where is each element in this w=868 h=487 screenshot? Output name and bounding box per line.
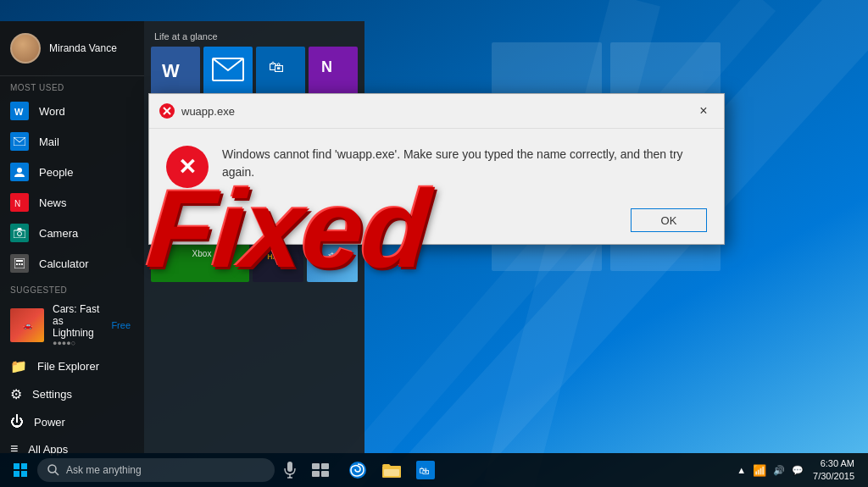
taskbar-mic-button[interactable]	[275, 455, 305, 485]
start-menu-left: Miranda Vance Most Used W Word Mail	[0, 21, 144, 453]
svg-rect-16	[16, 260, 23, 262]
sidebar-item-news[interactable]: N News	[0, 187, 144, 218]
svg-marker-14	[17, 228, 22, 230]
svg-rect-17	[16, 263, 18, 265]
sidebar-item-file-explorer[interactable]: 📁 File Explorer	[0, 352, 144, 380]
suggested-title: Cars: Fast as Lightning	[53, 303, 99, 339]
taskbar-store-icon[interactable]: 🛍	[410, 455, 441, 485]
tile-word[interactable]: W	[151, 47, 200, 97]
windows-logo-icon	[14, 463, 27, 477]
svg-rect-38	[312, 463, 320, 469]
taskbar-clock[interactable]: 6:30 AM 7/30/2015	[810, 457, 858, 484]
life-at-glance-label: Life at a glance	[151, 28, 358, 47]
svg-rect-44	[384, 469, 399, 476]
suggested-stars: ●●●●○	[53, 339, 99, 347]
sidebar-item-settings[interactable]: ⚙ Settings	[0, 380, 144, 408]
svg-text:🛍: 🛍	[269, 58, 284, 75]
suggested-label: Suggested	[0, 279, 144, 298]
most-used-label: Most Used	[0, 76, 144, 96]
dialog-footer: OK	[149, 202, 724, 244]
xbox-label: Xbox	[189, 247, 215, 260]
svg-point-13	[18, 232, 22, 236]
system-icons: ▲ 📶 🔊 💬	[734, 462, 806, 479]
tile-ms-store[interactable]: 🛍	[256, 47, 305, 97]
settings-icon: ⚙	[10, 386, 22, 402]
people-icon	[10, 163, 29, 181]
svg-text:W: W	[162, 60, 180, 81]
svg-rect-41	[321, 471, 329, 477]
file-explorer-icon: 📁	[10, 358, 27, 374]
taskbar-search[interactable]: Ask me anything	[37, 458, 275, 482]
word-icon: W	[10, 102, 29, 120]
task-view-button[interactable]	[305, 455, 336, 485]
mic-icon	[284, 462, 296, 479]
svg-rect-40	[312, 471, 320, 477]
svg-rect-18	[19, 263, 20, 265]
taskbar-search-placeholder: Ask me anything	[66, 464, 142, 476]
taskbar-system-tray: ▲ 📶 🔊 💬 6:30 AM 7/30/2015	[734, 457, 865, 484]
svg-text:🛍: 🛍	[419, 465, 429, 477]
camera-label: Camera	[39, 227, 78, 240]
camera-icon	[10, 224, 29, 242]
wifi-icon[interactable]: 📶	[750, 462, 769, 479]
sidebar-item-calculator[interactable]: Calculator	[0, 248, 144, 279]
sidebar-item-mail[interactable]: Mail	[0, 126, 144, 157]
error-x-mark: ✕	[178, 156, 197, 178]
user-name: Miranda Vance	[49, 42, 117, 54]
dialog-close-button[interactable]: ×	[693, 101, 714, 121]
suggested-info: Cars: Fast as Lightning ●●●●○	[53, 303, 99, 347]
sidebar-item-camera[interactable]: Camera	[0, 218, 144, 248]
tile-onenote[interactable]: N	[309, 47, 358, 97]
svg-rect-35	[287, 462, 292, 472]
suggested-cars[interactable]: 🚗 Cars: Fast as Lightning ●●●●○ Free	[0, 298, 144, 352]
people-label: People	[39, 166, 73, 179]
sidebar-item-people[interactable]: People	[0, 157, 144, 187]
clock-time: 6:30 AM	[813, 457, 854, 470]
network-icon[interactable]: ▲	[734, 463, 748, 477]
calculator-icon	[10, 254, 29, 273]
svg-rect-39	[321, 463, 329, 469]
search-icon	[47, 464, 59, 476]
taskbar-edge-icon[interactable]	[342, 455, 373, 485]
suggested-image: 🚗	[10, 308, 44, 342]
svg-text:W: W	[14, 107, 24, 117]
mail-icon	[10, 132, 29, 151]
notifications-icon[interactable]: 💬	[789, 463, 806, 478]
start-button[interactable]	[3, 453, 37, 487]
halo-label: HALO	[267, 252, 289, 261]
taskbar: Ask me anything	[0, 453, 868, 487]
dialog-ok-button[interactable]: OK	[631, 208, 707, 232]
clock-date: 7/30/2015	[813, 470, 854, 483]
dialog-title-text: wuapp.exe	[181, 105, 687, 118]
word-label: Word	[39, 105, 65, 118]
svg-line-34	[55, 472, 58, 475]
sidebar-item-power[interactable]: ⏻ Power	[0, 408, 144, 435]
dialog-body: ✕ Windows cannot find 'wuapp.exe'. Make …	[149, 129, 724, 202]
volume-icon[interactable]: 🔊	[771, 463, 787, 478]
bottom-menu: 📁 File Explorer ⚙ Settings ⏻ Power ≡ All…	[0, 352, 144, 462]
dialog-error-icon: ✕	[166, 146, 209, 188]
error-dialog: wuapp.exe × ✕ Windows cannot find 'wuapp…	[148, 93, 725, 245]
taskbar-explorer-icon[interactable]	[376, 455, 407, 485]
tiles-row-life: W 🛍 N	[151, 47, 358, 97]
file-explorer-label: File Explorer	[37, 360, 99, 373]
user-profile[interactable]: Miranda Vance	[0, 21, 144, 76]
power-icon: ⏻	[10, 414, 24, 429]
avatar	[10, 33, 41, 64]
sidebar-item-word[interactable]: W Word	[0, 96, 144, 126]
power-label: Power	[34, 416, 65, 429]
news-icon: N	[10, 193, 29, 212]
taskbar-pinned-apps: 🛍	[336, 455, 448, 485]
calculator-label: Calculator	[39, 257, 89, 270]
svg-point-10	[17, 168, 22, 173]
frozen-icon: ❄	[327, 250, 337, 263]
settings-label: Settings	[32, 388, 72, 401]
task-view-icon	[312, 463, 329, 477]
svg-point-33	[48, 465, 56, 473]
tile-mail[interactable]	[203, 47, 253, 97]
svg-rect-19	[21, 263, 23, 265]
news-label: News	[39, 196, 67, 209]
dialog-title-icon	[159, 103, 175, 119]
mail-label: Mail	[39, 136, 59, 148]
svg-text:N: N	[321, 58, 332, 75]
